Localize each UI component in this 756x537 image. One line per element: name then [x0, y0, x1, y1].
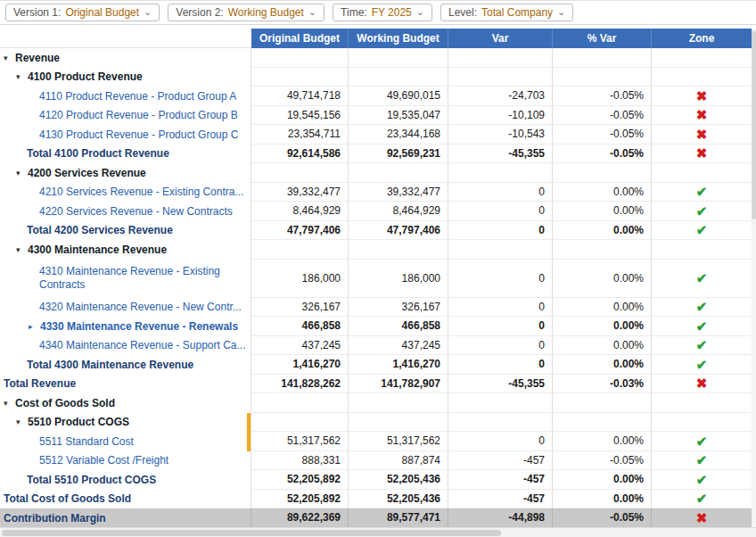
- time-dropdown[interactable]: Time: FY 2025 ⌄: [333, 4, 432, 21]
- version2-dropdown[interactable]: Version 2: Working Budget ⌄: [168, 4, 325, 21]
- row-label-cell[interactable]: 4110 Product Revenue - Product Group A: [0, 87, 251, 106]
- row-label-cell[interactable]: ▾Revenue: [0, 48, 251, 68]
- cell-pvar[interactable]: 0.00%: [553, 432, 652, 451]
- cell-wb[interactable]: [349, 68, 448, 87]
- collapse-caret-icon[interactable]: ▾: [4, 399, 15, 408]
- cell-ob[interactable]: 141,828,262: [251, 375, 349, 394]
- vertical-scrollbar[interactable]: [752, 29, 756, 527]
- cell-pvar[interactable]: 0.00%: [553, 202, 652, 221]
- cell-wb[interactable]: 8,464,929: [349, 202, 448, 221]
- cell-var[interactable]: [448, 413, 553, 433]
- cell-ob[interactable]: [251, 68, 349, 87]
- cell-pvar[interactable]: 0.00%: [553, 183, 652, 202]
- cell-wb[interactable]: 23,344,168: [349, 125, 448, 145]
- cell-pvar[interactable]: 0.00%: [553, 336, 652, 356]
- cell-var[interactable]: 0: [448, 183, 553, 202]
- collapse-caret-icon[interactable]: ▾: [16, 169, 28, 178]
- row-label-cell[interactable]: ▾5510 Product COGS: [0, 413, 251, 433]
- cell-pvar[interactable]: [553, 413, 652, 433]
- expand-caret-icon[interactable]: ▸: [29, 322, 40, 331]
- horizontal-scrollbar[interactable]: [0, 527, 756, 537]
- cell-pvar[interactable]: -0.05%: [553, 508, 652, 528]
- cell-var[interactable]: -45,355: [448, 145, 553, 164]
- cell-var[interactable]: [448, 163, 553, 183]
- cell-wb[interactable]: 52,205,436: [349, 490, 448, 509]
- cell-pvar[interactable]: [553, 240, 652, 260]
- collapse-caret-icon[interactable]: ▾: [16, 417, 28, 426]
- cell-var[interactable]: 0: [448, 317, 553, 336]
- row-label-cell[interactable]: Contribution Margin: [0, 508, 251, 528]
- cell-wb[interactable]: 49,690,015: [349, 87, 448, 106]
- cell-ob[interactable]: 92,614,586: [251, 145, 349, 164]
- cell-pvar[interactable]: 0.00%: [553, 298, 652, 318]
- row-label-cell[interactable]: Total 5510 Product COGS: [0, 470, 251, 490]
- cell-ob[interactable]: 437,245: [251, 336, 349, 356]
- cell-ob[interactable]: 52,205,892: [251, 470, 349, 490]
- cell-wb[interactable]: [349, 48, 448, 68]
- cell-var[interactable]: -457: [448, 470, 553, 490]
- cell-ob[interactable]: 39,332,477: [251, 183, 349, 202]
- cell-var[interactable]: [448, 48, 553, 68]
- cell-pvar[interactable]: -0.05%: [553, 106, 652, 126]
- collapse-caret-icon[interactable]: ▾: [16, 72, 28, 81]
- cell-ob[interactable]: 326,167: [251, 298, 349, 318]
- row-label-cell[interactable]: Total 4200 Services Revenue: [0, 221, 251, 241]
- row-label-cell[interactable]: 4210 Services Revenue - Existing Contra.…: [0, 183, 251, 202]
- row-label-cell[interactable]: ▾4300 Maintenance Revenue: [0, 240, 251, 260]
- cell-ob[interactable]: [251, 393, 349, 413]
- row-label-cell[interactable]: 4130 Product Revenue - Product Group C: [0, 125, 251, 145]
- cell-ob[interactable]: 47,797,406: [251, 221, 349, 241]
- row-label-cell[interactable]: Total 4100 Product Revenue: [0, 145, 251, 164]
- cell-ob[interactable]: 51,317,562: [251, 432, 349, 451]
- cell-ob[interactable]: 1,416,270: [251, 355, 349, 375]
- cell-ob[interactable]: 8,464,929: [251, 202, 349, 221]
- cell-ob[interactable]: [251, 163, 349, 183]
- row-label-cell[interactable]: Total Revenue: [0, 375, 251, 394]
- cell-wb[interactable]: [349, 393, 448, 413]
- cell-var[interactable]: -10,109: [448, 106, 553, 126]
- collapse-caret-icon[interactable]: ▾: [4, 54, 15, 62]
- cell-pvar[interactable]: 0.00%: [553, 221, 652, 241]
- cell-wb[interactable]: 92,569,231: [349, 145, 448, 164]
- cell-wb[interactable]: 51,317,562: [349, 432, 448, 451]
- row-label-cell[interactable]: 4340 Maintenance Revenue - Support Ca...: [0, 336, 251, 356]
- cell-pvar[interactable]: 0.00%: [553, 470, 652, 490]
- cell-wb[interactable]: 1,416,270: [349, 355, 448, 375]
- row-label-cell[interactable]: 4320 Maintenance Revenue - New Contr...: [0, 298, 251, 318]
- cell-pvar[interactable]: -0.05%: [553, 87, 652, 106]
- cell-ob[interactable]: 19,545,156: [251, 106, 349, 126]
- row-label-cell[interactable]: ▾Cost of Goods Sold: [0, 393, 251, 413]
- cell-wb[interactable]: [349, 240, 448, 260]
- cell-wb[interactable]: 47,797,406: [349, 221, 448, 241]
- level-dropdown[interactable]: Level: Total Company ⌄: [440, 4, 573, 21]
- cell-wb[interactable]: 52,205,436: [349, 470, 448, 490]
- cell-ob[interactable]: 89,622,369: [251, 508, 349, 528]
- cell-var[interactable]: [448, 68, 553, 87]
- vertical-scrollbar-thumb[interactable]: [752, 30, 756, 219]
- cell-ob[interactable]: [251, 48, 349, 68]
- cell-pvar[interactable]: -0.05%: [553, 125, 652, 145]
- row-label-cell[interactable]: ▾4100 Product Revenue: [0, 68, 251, 87]
- cell-var[interactable]: -457: [448, 490, 553, 509]
- cell-wb[interactable]: 887,874: [349, 451, 448, 471]
- cell-var[interactable]: 0: [448, 202, 553, 221]
- horizontal-scrollbar-thumb[interactable]: [2, 530, 501, 536]
- cell-var[interactable]: -457: [448, 451, 553, 471]
- cell-pvar[interactable]: -0.05%: [553, 451, 652, 471]
- cell-wb[interactable]: 141,782,907: [349, 375, 448, 394]
- row-label-cell[interactable]: ▸4330 Maintenance Revenue - Renewals: [0, 317, 251, 336]
- cell-var[interactable]: 0: [448, 355, 553, 375]
- cell-var[interactable]: 0: [448, 298, 553, 318]
- cell-wb[interactable]: 89,577,471: [349, 508, 448, 528]
- cell-var[interactable]: 0: [448, 221, 553, 241]
- cell-ob[interactable]: 186,000: [251, 260, 349, 298]
- row-label-cell[interactable]: 4310 Maintenance Revenue - Existing Cont…: [0, 260, 251, 298]
- cell-var[interactable]: -44,898: [448, 508, 553, 528]
- cell-wb[interactable]: [349, 163, 448, 183]
- cell-ob[interactable]: 52,205,892: [251, 490, 349, 509]
- cell-pvar[interactable]: -0.03%: [553, 375, 652, 394]
- cell-wb[interactable]: [349, 413, 448, 433]
- cell-ob[interactable]: 466,858: [251, 317, 349, 336]
- cell-ob[interactable]: 23,354,711: [251, 125, 349, 145]
- cell-var[interactable]: [448, 240, 553, 260]
